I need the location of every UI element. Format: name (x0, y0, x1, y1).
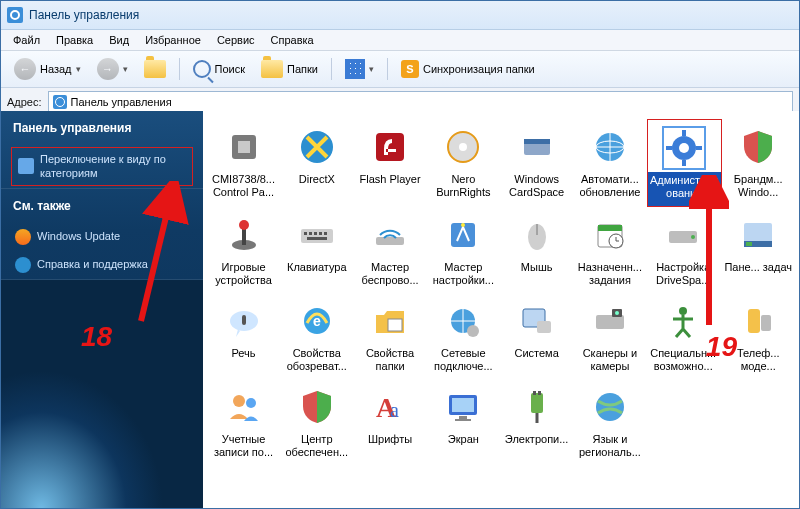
folder-up-icon (144, 60, 166, 78)
address-field[interactable]: Панель управления (48, 91, 793, 113)
grid-item-19[interactable]: Сетевые подключе... (427, 293, 500, 379)
svg-point-46 (467, 325, 479, 337)
directx-icon (293, 123, 341, 171)
grid-item-label: Мастер беспрово... (354, 259, 427, 293)
toolbar-sync-button[interactable]: S Синхронизация папки (394, 54, 542, 84)
address-value: Панель управления (71, 96, 172, 108)
chevron-down-icon: ▾ (369, 64, 374, 74)
svg-point-5 (459, 143, 467, 151)
grid-item-11[interactable]: Мастер настройки... (427, 207, 500, 293)
switch-view-icon (18, 158, 34, 174)
sidebar-item-windows-update[interactable]: Windows Update (1, 223, 203, 251)
grid-item-13[interactable]: Назначенн... задания (573, 207, 646, 293)
grid-item-24[interactable]: Учетные записи по... (207, 379, 280, 465)
grid-item-label: Автомати... обновление (573, 171, 646, 205)
grid-item-14[interactable]: Настройка DriveSpa... (647, 207, 720, 293)
grid-item-25[interactable]: Центр обеспечен... (280, 379, 353, 465)
grid-item-15[interactable]: Пане... задач (722, 207, 795, 293)
grid-item-5[interactable]: Автомати... обновление (573, 119, 646, 207)
views-grid-icon (345, 59, 365, 79)
back-arrow-icon: ← (14, 58, 36, 80)
grid-item-label: Центр обеспечен... (280, 431, 353, 465)
grid-item-18[interactable]: Свойства папки (354, 293, 427, 379)
power-icon (513, 383, 561, 431)
menu-help[interactable]: Справка (263, 32, 322, 48)
toolbar-up-button[interactable] (137, 54, 173, 84)
grid-item-29[interactable]: Язык и региональ... (573, 379, 646, 465)
svg-rect-14 (682, 160, 686, 166)
ie-icon: e (293, 297, 341, 345)
network-icon (439, 297, 487, 345)
body: Панель управления Переключение к виду по… (1, 111, 799, 508)
grid-item-10[interactable]: Мастер беспрово... (354, 207, 427, 293)
svg-rect-24 (319, 232, 322, 235)
grid-item-9[interactable]: Клавиатура (280, 207, 353, 293)
help-icon (15, 257, 31, 273)
sidebar-item-help[interactable]: Справка и поддержка (1, 251, 203, 279)
grid-item-0[interactable]: CMI8738/8... Control Pa... (207, 119, 280, 207)
menu-file[interactable]: Файл (5, 32, 48, 48)
app-icon (7, 7, 23, 23)
grid-item-label: Flash Player (357, 171, 422, 205)
grid-item-label: Шрифты (366, 431, 414, 465)
grid-item-7[interactable]: Брандм... Windo... (722, 119, 795, 207)
menu-tools[interactable]: Сервис (209, 32, 263, 48)
svg-rect-20 (301, 229, 333, 243)
grid-item-2[interactable]: Flash Player (354, 119, 427, 207)
grid-item-label: Брандм... Windo... (722, 171, 795, 205)
toolbar-folders-button[interactable]: Папки (254, 54, 325, 84)
grid-item-4[interactable]: Windows CardSpace (500, 119, 573, 207)
window-title: Панель управления (29, 8, 139, 22)
menu-edit[interactable]: Правка (48, 32, 101, 48)
toolbar-forward-button[interactable]: → ▾ (90, 54, 135, 84)
toolbar-views-button[interactable]: ▾ (338, 54, 381, 84)
grid-item-16[interactable]: Речь (207, 293, 280, 379)
grid-item-label: Пане... задач (722, 259, 794, 293)
toolbar-separator (179, 58, 180, 80)
regional-icon (586, 383, 634, 431)
sidebar-background (1, 280, 203, 508)
grid-item-6[interactable]: Администрирование (647, 119, 722, 207)
chevron-down-icon: ▾ (123, 64, 128, 74)
menu-favorites[interactable]: Избранное (137, 32, 209, 48)
grid-item-1[interactable]: DirectX (280, 119, 353, 207)
taskbar-icon (734, 211, 782, 259)
toolbar-back-button[interactable]: ← Назад ▾ (7, 54, 88, 84)
grid-item-21[interactable]: Сканеры и камеры (573, 293, 646, 379)
svg-point-12 (679, 143, 689, 153)
sidebar-section-see-also: См. также Windows Update Справка и подде… (1, 189, 203, 280)
cardspace-icon (513, 123, 561, 171)
grid-item-label: Электропи... (503, 431, 571, 465)
grid-item-label: Речь (229, 345, 257, 379)
grid-item-label: Сетевые подключе... (427, 345, 500, 379)
sidebar-item-switch-view[interactable]: Переключение к виду по категориям (11, 147, 193, 186)
svg-rect-1 (238, 141, 250, 153)
toolbar-search-button[interactable]: Поиск (186, 54, 252, 84)
icon-grid: CMI8738/8... Control Pa...DirectXFlash P… (207, 119, 795, 465)
svg-rect-3 (376, 133, 404, 161)
grid-item-12[interactable]: Мышь (500, 207, 573, 293)
grid-item-3[interactable]: Nero BurnRights (427, 119, 500, 207)
speech-icon (220, 297, 268, 345)
grid-item-label: Язык и региональ... (573, 431, 646, 465)
grid-item-20[interactable]: Система (500, 293, 573, 379)
svg-rect-15 (666, 146, 672, 150)
menubar: Файл Правка Вид Избранное Сервис Справка (1, 30, 799, 51)
sidebar-header: См. также (1, 189, 203, 223)
grid-item-17[interactable]: eСвойства обозреват... (280, 293, 353, 379)
grid-item-28[interactable]: Электропи... (500, 379, 573, 465)
display-icon (439, 383, 487, 431)
svg-rect-54 (761, 315, 771, 331)
grid-item-8[interactable]: Игровые устройства (207, 207, 280, 293)
grid-item-label: Назначенн... задания (573, 259, 646, 293)
nero-icon (439, 123, 487, 171)
svg-rect-60 (452, 398, 474, 412)
svg-rect-63 (531, 393, 543, 413)
menu-view[interactable]: Вид (101, 32, 137, 48)
grid-item-27[interactable]: Экран (427, 379, 500, 465)
svg-rect-27 (376, 237, 404, 245)
grid-item-label: DirectX (297, 171, 337, 205)
grid-item-label: Игровые устройства (207, 259, 280, 293)
svg-rect-21 (304, 232, 307, 235)
grid-item-26[interactable]: AaШрифты (354, 379, 427, 465)
